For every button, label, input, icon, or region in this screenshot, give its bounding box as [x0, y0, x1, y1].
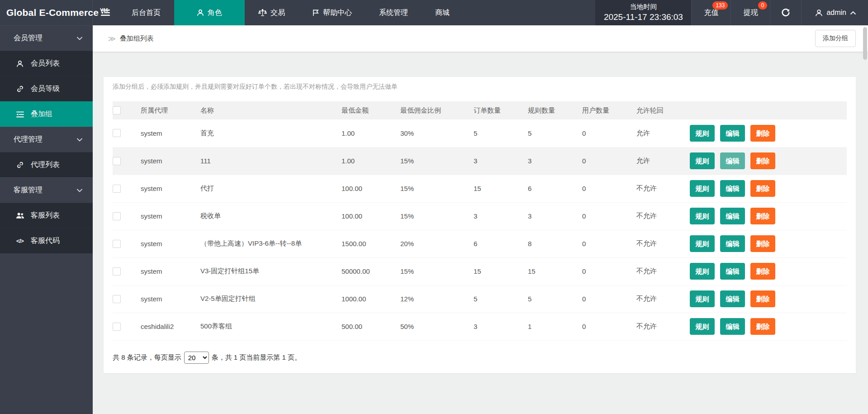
sidebar-item-代理列表[interactable]: 代理列表: [0, 152, 93, 177]
delete-button[interactable]: 删除: [750, 208, 775, 224]
row-checkbox[interactable]: [113, 240, 121, 248]
cell-cycle: 允许: [636, 147, 690, 175]
top-nav-label: 后台首页: [132, 8, 161, 18]
cell-cycle: 不允许: [636, 313, 690, 340]
top-nav-item-4[interactable]: 帮助中心: [299, 0, 365, 25]
row-actions: 规则编辑删除: [690, 313, 847, 340]
select-all-checkbox[interactable]: [113, 106, 121, 114]
cell-cycle: 不允许: [636, 175, 690, 202]
delete-button[interactable]: 删除: [750, 235, 775, 252]
person-icon: [15, 60, 24, 67]
cell-commission: 30%: [400, 119, 474, 147]
row-checkbox[interactable]: [113, 267, 121, 276]
row-checkbox[interactable]: [113, 129, 121, 137]
delete-button[interactable]: 删除: [750, 180, 775, 197]
delete-button[interactable]: 删除: [750, 318, 775, 335]
cell-orders: 3: [474, 313, 528, 340]
cell-min_amount: 1.00: [342, 147, 400, 175]
cell-cycle: 允许: [636, 119, 690, 147]
row-select-cell: [113, 202, 141, 230]
cell-rules: 6: [528, 175, 582, 202]
sidebar-group-客服管理[interactable]: 客服管理: [0, 177, 93, 203]
cell-min_amount: 1500.00: [342, 230, 400, 257]
rule-button[interactable]: 规则: [690, 235, 715, 252]
app-logo: Global E-Commerce V16: [0, 0, 93, 25]
cell-users: 0: [582, 175, 636, 202]
edit-button[interactable]: 编辑: [720, 263, 745, 280]
edit-button[interactable]: 编辑: [720, 208, 745, 224]
page-title: 叠加组列表: [120, 34, 154, 43]
delete-button[interactable]: 删除: [750, 290, 775, 307]
rule-button[interactable]: 规则: [690, 263, 715, 280]
edit-button[interactable]: 编辑: [720, 290, 745, 307]
pagination-suffix: 条，共 1 页当前显示第 1 页。: [212, 353, 301, 362]
top-nav-item-3[interactable]: 交易: [245, 0, 299, 25]
cell-cycle: 不允许: [636, 257, 690, 285]
app-version: V16: [100, 8, 108, 13]
cell-commission: 15%: [400, 147, 474, 175]
row-checkbox[interactable]: [113, 295, 121, 303]
edit-button[interactable]: 编辑: [720, 152, 745, 169]
pagination-bar: 共 8 条记录，每页显示 20 条，共 1 页当前显示第 1 页。: [113, 352, 847, 364]
row-checkbox[interactable]: [113, 185, 121, 193]
edit-button[interactable]: 编辑: [720, 180, 745, 197]
rule-button[interactable]: 规则: [690, 318, 715, 335]
page-size-select[interactable]: 20: [184, 352, 209, 364]
rule-button[interactable]: 规则: [690, 125, 715, 142]
cell-users: 0: [582, 313, 636, 340]
scrollbar-thumb[interactable]: [863, 27, 867, 60]
local-time-label: 当地时间: [630, 2, 657, 11]
row-actions: 规则编辑删除: [690, 175, 847, 202]
table-row: system（带他上高速）VIP3-6单--转--8单1500.0020%680…: [113, 230, 847, 257]
sidebar-item-客服列表[interactable]: 客服列表: [0, 203, 93, 228]
row-checkbox[interactable]: [113, 157, 121, 165]
rule-button[interactable]: 规则: [690, 290, 715, 307]
edit-button[interactable]: 编辑: [720, 318, 745, 335]
withdraw-button[interactable]: 提现 0: [730, 0, 770, 25]
edit-button[interactable]: 编辑: [720, 235, 745, 252]
rule-button[interactable]: 规则: [690, 180, 715, 197]
cell-orders: 15: [474, 257, 528, 285]
edit-button[interactable]: 编辑: [720, 125, 745, 142]
cell-orders: 3: [474, 147, 528, 175]
top-nav-item-5[interactable]: 系统管理: [365, 0, 422, 25]
top-nav-item-1[interactable]: 后台首页: [118, 0, 174, 25]
rule-button[interactable]: 规则: [690, 208, 715, 224]
row-actions: 规则编辑删除: [690, 119, 847, 147]
column-header: 用户数量: [582, 101, 636, 119]
cell-rules: 8: [528, 230, 582, 257]
cell-commission: 20%: [400, 230, 474, 257]
cell-cycle: 不允许: [636, 285, 690, 313]
top-nav-item-6[interactable]: 商城: [422, 0, 463, 25]
breadcrumb-caret-icon: ≫: [108, 34, 116, 43]
cell-commission: 50%: [400, 313, 474, 340]
cell-rules: 3: [528, 202, 582, 230]
refresh-button[interactable]: [770, 0, 801, 25]
delete-button[interactable]: 删除: [750, 152, 775, 169]
delete-button[interactable]: 删除: [750, 125, 775, 142]
sidebar-group-代理管理[interactable]: 代理管理: [0, 127, 93, 152]
cell-users: 0: [582, 257, 636, 285]
cell-min_amount: 100.00: [342, 202, 400, 230]
sidebar-item-会员等级[interactable]: 会员等级: [0, 76, 93, 101]
user-menu[interactable]: admin: [801, 0, 868, 25]
sidebar-item-会员列表[interactable]: 会员列表: [0, 51, 93, 76]
stacklist-icon: [15, 111, 24, 118]
sidebar-group-会员管理[interactable]: 会员管理: [0, 25, 93, 51]
row-checkbox[interactable]: [113, 323, 121, 331]
add-group-button[interactable]: 添加分组: [815, 30, 856, 47]
sidebar-collapse-button[interactable]: [93, 0, 118, 25]
recharge-button[interactable]: 充值 133: [691, 0, 730, 25]
sidebar-item-叠加组[interactable]: 叠加组: [0, 101, 93, 127]
table-row: systemV3-固定打针组15单50000.0015%15150不允许规则编辑…: [113, 257, 847, 285]
top-nav-item-2[interactable]: 角色: [174, 0, 245, 25]
cell-orders: 6: [474, 230, 528, 257]
cell-min_amount: 1.00: [342, 119, 400, 147]
sidebar-group-label: 会员管理: [14, 33, 43, 43]
row-select-cell: [113, 147, 141, 175]
rule-button[interactable]: 规则: [690, 152, 715, 169]
delete-button[interactable]: 删除: [750, 263, 775, 280]
sidebar-item-客服代码[interactable]: </>客服代码: [0, 228, 93, 253]
row-checkbox[interactable]: [113, 212, 121, 220]
table-row: system税收单100.0015%330不允许规则编辑删除: [113, 202, 847, 230]
